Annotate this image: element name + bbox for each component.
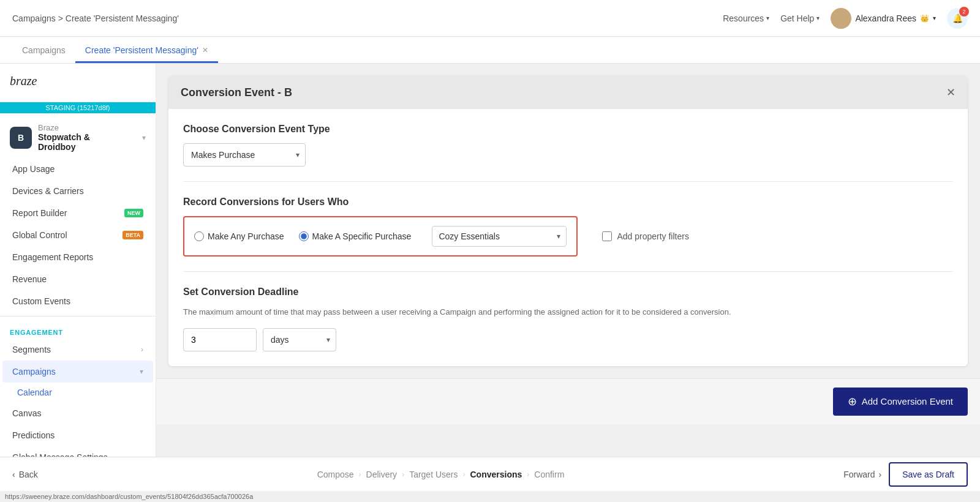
section-divider-2 bbox=[183, 271, 953, 272]
section-divider bbox=[183, 181, 953, 182]
crown-icon: 👑 bbox=[920, 14, 929, 23]
staging-badge: STAGING (15217d8f) bbox=[0, 102, 156, 113]
deadline-inputs: days hours weeks ▾ bbox=[183, 328, 953, 351]
workspace-name: Stopwatch &Droidboy bbox=[38, 132, 90, 152]
conversion-type-select-wrap: Makes Purchase Performs Custom Event Upg… bbox=[183, 143, 306, 167]
record-conversions-row: Make Any Purchase Make A Specific Purcha… bbox=[183, 216, 953, 257]
radio-specific-input[interactable] bbox=[299, 231, 309, 241]
radio-any-label: Make Any Purchase bbox=[208, 231, 284, 241]
chevron-down-icon: ▾ bbox=[766, 15, 769, 21]
top-nav-right: Resources ▾ Get Help ▾ Alexandra Rees 👑 … bbox=[723, 8, 968, 29]
plus-icon: ⊕ bbox=[848, 395, 857, 408]
forward-button[interactable]: Forward › bbox=[843, 470, 881, 479]
radio-group: Make Any Purchase Make A Specific Purcha… bbox=[183, 216, 578, 257]
add-property-checkbox-label[interactable]: Add property filters bbox=[602, 231, 689, 241]
sidebar-item-revenue[interactable]: Revenue bbox=[2, 268, 153, 290]
tabs-bar: Campaigns Create 'Persistent Messaging' … bbox=[0, 37, 980, 64]
product-select-wrap: Cozy Essentials ▾ bbox=[432, 226, 567, 247]
svg-text:braze: braze bbox=[10, 74, 37, 88]
sidebar-item-custom-events[interactable]: Custom Events bbox=[2, 290, 153, 312]
user-menu[interactable]: Alexandra Rees 👑 ▾ bbox=[831, 8, 936, 29]
sidebar-item-engagement-reports[interactable]: Engagement Reports bbox=[2, 246, 153, 268]
top-nav: Campaigns > Create 'Persistent Messaging… bbox=[0, 0, 980, 37]
sidebar-item-global-message-settings[interactable]: Global Message Settings bbox=[2, 446, 153, 457]
user-name: Alexandra Rees bbox=[855, 13, 916, 23]
add-property-label: Add property filters bbox=[617, 231, 689, 241]
add-property-checkbox[interactable] bbox=[602, 231, 612, 241]
notification-badge: 2 bbox=[959, 7, 969, 17]
step-delivery: Delivery bbox=[366, 470, 398, 479]
sidebar-item-canvas[interactable]: Canvas bbox=[2, 402, 153, 424]
engagement-section-label: ENGAGEMENT bbox=[0, 320, 156, 339]
tab-create-persistent-messaging[interactable]: Create 'Persistent Messaging' ✕ bbox=[75, 39, 218, 63]
resources-button[interactable]: Resources ▾ bbox=[723, 13, 769, 23]
sidebar-item-predictions[interactable]: Predictions bbox=[2, 424, 153, 446]
radio-any-input[interactable] bbox=[194, 231, 204, 241]
step-compose: Compose bbox=[317, 470, 354, 479]
brand-section: B Braze Stopwatch &Droidboy ▾ bbox=[0, 113, 156, 152]
new-badge: NEW bbox=[124, 209, 143, 217]
close-icon[interactable]: ✕ bbox=[946, 86, 956, 99]
avatar bbox=[831, 8, 851, 29]
brand-name: Braze bbox=[38, 123, 90, 132]
nav-breadcrumb: Campaigns > Create 'Persistent Messaging… bbox=[12, 13, 710, 23]
tab-campaigns[interactable]: Campaigns bbox=[12, 39, 75, 63]
sidebar: braze STAGING (15217d8f) B Braze Stopwat… bbox=[0, 64, 156, 457]
conversion-event-panel: Conversion Event - B ✕ Choose Conversion… bbox=[168, 76, 968, 366]
product-select[interactable]: Cozy Essentials bbox=[432, 226, 567, 247]
back-button[interactable]: ‹ Back bbox=[12, 470, 38, 479]
close-icon[interactable]: ✕ bbox=[202, 46, 208, 54]
brand-icon: B bbox=[10, 127, 32, 149]
main-content: Conversion Event - B ✕ Choose Conversion… bbox=[156, 64, 980, 457]
sidebar-item-app-usage[interactable]: App Usage bbox=[2, 158, 153, 180]
section2-title: Record Conversions for Users Who bbox=[183, 197, 953, 208]
sidebar-item-report-builder[interactable]: Report Builder NEW bbox=[2, 202, 153, 224]
radio-specific-label: Make A Specific Purchase bbox=[312, 231, 412, 241]
sidebar-item-devices-carriers[interactable]: Devices & Carriers bbox=[2, 180, 153, 202]
deadline-unit-select[interactable]: days hours weeks bbox=[263, 328, 336, 351]
sidebar-nav: App Usage Devices & Carriers Report Buil… bbox=[0, 158, 156, 312]
footer-steps: Compose › Delivery › Target Users › Conv… bbox=[317, 470, 565, 479]
sidebar-item-global-control[interactable]: Global Control BETA bbox=[2, 224, 153, 246]
status-bar: https://sweeney.braze.com/dashboard/cust… bbox=[0, 491, 980, 502]
sidebar-item-segments[interactable]: Segments › bbox=[2, 339, 153, 361]
add-conversion-button[interactable]: ⊕ Add Conversion Event bbox=[833, 388, 968, 416]
radio-any-purchase[interactable]: Make Any Purchase bbox=[194, 231, 284, 241]
deadline-description: The maximum amount of time that may pass… bbox=[183, 306, 953, 318]
deadline-number-input[interactable] bbox=[183, 328, 257, 351]
step-conversions: Conversions bbox=[470, 470, 522, 479]
sidebar-item-campaigns[interactable]: Campaigns ▾ bbox=[2, 361, 153, 383]
beta-badge: BETA bbox=[123, 231, 143, 239]
chevron-right-icon: › bbox=[141, 345, 143, 354]
step-confirm: Confirm bbox=[534, 470, 564, 479]
get-help-button[interactable]: Get Help ▾ bbox=[780, 13, 820, 23]
chevron-down-icon: ▾ bbox=[933, 15, 936, 21]
notifications-button[interactable]: 🔔 2 bbox=[947, 8, 968, 29]
save-draft-button[interactable]: Save as Draft bbox=[889, 462, 968, 487]
chevron-down-icon: ▾ bbox=[816, 15, 820, 21]
section1-title: Choose Conversion Event Type bbox=[183, 124, 953, 135]
sidebar-item-calendar[interactable]: Calendar bbox=[0, 383, 156, 402]
chevron-down-icon[interactable]: ▾ bbox=[142, 133, 146, 142]
chevron-right-icon: › bbox=[879, 470, 882, 479]
status-url: https://sweeney.braze.com/dashboard/cust… bbox=[5, 493, 253, 500]
add-conversion-toolbar: ⊕ Add Conversion Event bbox=[156, 378, 980, 424]
step-target-users: Target Users bbox=[409, 470, 458, 479]
braze-logo: braze bbox=[0, 64, 156, 96]
panel-body: Choose Conversion Event Type Makes Purch… bbox=[168, 109, 968, 366]
svg-point-1 bbox=[832, 21, 850, 29]
panel-header: Conversion Event - B ✕ bbox=[168, 76, 968, 109]
svg-point-0 bbox=[836, 11, 846, 21]
footer-nav: ‹ Back Compose › Delivery › Target Users… bbox=[0, 457, 980, 491]
radio-specific-purchase[interactable]: Make A Specific Purchase bbox=[299, 231, 412, 241]
footer-right: Forward › Save as Draft bbox=[843, 462, 968, 487]
panel-title: Conversion Event - B bbox=[181, 86, 292, 99]
chevron-left-icon: ‹ bbox=[12, 470, 15, 479]
conversion-type-select[interactable]: Makes Purchase Performs Custom Event Upg… bbox=[183, 143, 306, 167]
section3-title: Set Conversion Deadline bbox=[183, 287, 953, 298]
sidebar-divider bbox=[0, 316, 156, 317]
chevron-down-icon: ▾ bbox=[140, 367, 143, 376]
layout: braze STAGING (15217d8f) B Braze Stopwat… bbox=[0, 64, 980, 457]
deadline-unit-wrap: days hours weeks ▾ bbox=[263, 328, 336, 351]
